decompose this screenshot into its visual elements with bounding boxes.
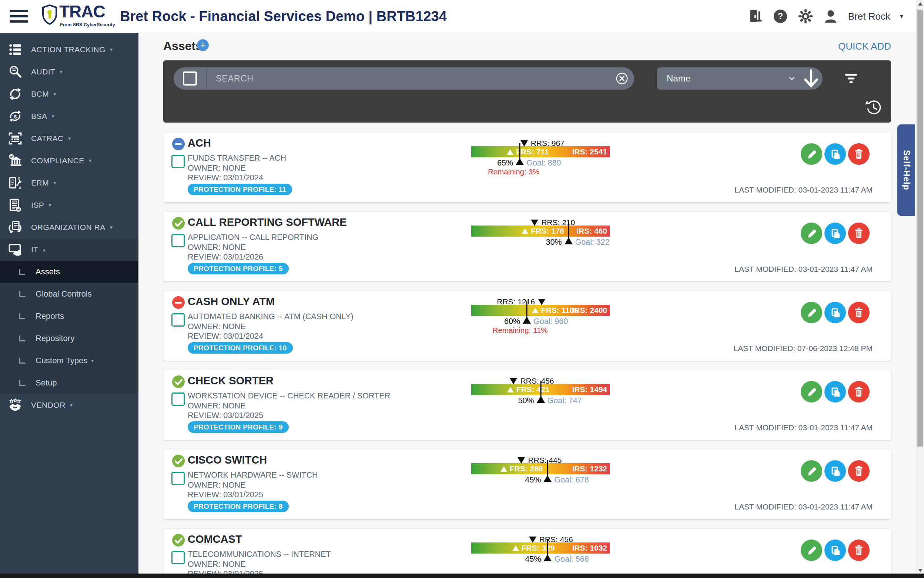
sidebar-item-custom-types[interactable]: Custom Types▾ xyxy=(0,349,138,372)
sidebar-item-reports[interactable]: Reports xyxy=(0,305,138,327)
copy-button[interactable] xyxy=(824,539,846,561)
copy-button[interactable] xyxy=(824,222,846,244)
goal-marker-icon xyxy=(543,554,551,561)
sidebar-item-it[interactable]: IT▴ xyxy=(0,239,138,261)
sidebar-item-vendor[interactable]: VENDOR▾ xyxy=(0,394,138,416)
asset-card[interactable]: ACH FUNDS TRANSFER -- ACH OWNER: NONE RE… xyxy=(163,133,891,202)
select-all-checkbox[interactable] xyxy=(173,67,207,89)
edit-button[interactable] xyxy=(801,302,822,323)
asset-select-checkbox[interactable] xyxy=(172,313,185,326)
asset-name[interactable]: CISCO SWITCH xyxy=(188,454,267,466)
delete-button[interactable] xyxy=(848,143,870,165)
history-icon[interactable] xyxy=(865,99,882,116)
asset-select-checkbox[interactable] xyxy=(172,234,185,247)
sidebar-item-label: VENDOR xyxy=(31,401,65,409)
asset-card[interactable]: CASH ONLY ATM AUTOMATED BANKING -- ATM (… xyxy=(163,291,891,360)
sidebar-item-label: ERM xyxy=(31,179,49,187)
brand-name[interactable]: TRAC xyxy=(59,2,105,21)
sort-dropdown[interactable]: Name xyxy=(657,67,823,89)
status-minus-red-icon xyxy=(172,296,185,309)
sidebar-item-label: IT xyxy=(31,245,39,254)
frs-marker: FRS: 1105 xyxy=(532,306,578,315)
sidebar-item-audit[interactable]: AUDIT▾ xyxy=(0,61,138,83)
sub-level-icon xyxy=(19,313,25,319)
self-help-tab[interactable]: Self-Help xyxy=(897,124,915,216)
scroll-up-icon[interactable] xyxy=(918,2,922,6)
asset-select-checkbox[interactable] xyxy=(172,551,185,564)
delete-button[interactable] xyxy=(848,302,870,323)
status-check-green-icon xyxy=(172,375,185,388)
copy-button[interactable] xyxy=(824,460,846,482)
sidebar-item-action-tracking[interactable]: ACTION TRACKING▾ xyxy=(0,39,138,61)
sidebar-item-global-controls[interactable]: Global Controls xyxy=(0,283,138,305)
triangle-down-icon xyxy=(531,219,538,226)
user-name[interactable]: Bret Rock xyxy=(848,11,890,22)
page-scrollbar[interactable] xyxy=(916,0,924,578)
asset-select-checkbox[interactable] xyxy=(172,155,185,168)
logout-door-icon[interactable] xyxy=(747,8,763,24)
asset-name[interactable]: CASH ONLY ATM xyxy=(188,295,275,308)
sidebar-item-compliance[interactable]: COMPLIANCE▾ xyxy=(0,149,138,172)
sidebar-item-setup[interactable]: Setup xyxy=(0,372,138,394)
asset-review-date: REVIEW: 03/01/2026 xyxy=(188,253,263,262)
asset-card[interactable]: CHECK SORTER WORKSTATION DEVICE -- CHECK… xyxy=(163,370,891,440)
sort-direction-icon[interactable] xyxy=(799,67,823,89)
filter-icon[interactable] xyxy=(841,68,861,88)
sidebar-item-isp[interactable]: ISPISP▾ xyxy=(0,194,138,216)
risk-score-bar: RRS: 210 FRS: 178 IRS: 460 30% Goal: 322 xyxy=(471,218,610,255)
scrollbar-thumb[interactable] xyxy=(918,10,923,446)
settings-gear-icon[interactable] xyxy=(798,8,813,24)
asset-name[interactable]: ACH xyxy=(188,137,211,149)
copy-button[interactable] xyxy=(824,302,846,323)
sidebar-section-it: IT▴AssetsGlobal ControlsReportsRepositor… xyxy=(0,239,138,394)
sidebar-item-catrac[interactable]: CATRAC▾ xyxy=(0,127,138,149)
clear-search-icon[interactable] xyxy=(615,71,629,86)
sidebar-item-erm[interactable]: xxERM▾ xyxy=(0,172,138,194)
sidebar-item-bsa[interactable]: $BSA▾ xyxy=(0,105,138,127)
search-input[interactable] xyxy=(207,73,615,84)
asset-name[interactable]: COMCAST xyxy=(188,533,242,546)
asset-name[interactable]: CALL REPORTING SOFTWARE xyxy=(188,216,347,229)
asset-actions xyxy=(801,222,870,244)
triangle-down-icon xyxy=(520,140,528,147)
user-menu-caret-icon[interactable]: ▾ xyxy=(900,12,903,20)
asset-card[interactable]: CALL REPORTING SOFTWARE APPLICATION -- C… xyxy=(163,212,891,281)
asset-list: ACH FUNDS TRANSFER -- ACH OWNER: NONE RE… xyxy=(163,133,891,578)
delete-button[interactable] xyxy=(848,381,870,403)
sidebar-item-organization-ra[interactable]: ORGANIZATION RA▾ xyxy=(0,216,138,239)
audit-icon xyxy=(8,65,22,79)
delete-button[interactable] xyxy=(848,539,870,561)
sidebar-item-assets[interactable]: Assets xyxy=(0,261,138,283)
asset-card[interactable]: CISCO SWITCH NETWORK HARDWARE -- SWITCH … xyxy=(163,450,891,519)
asset-name[interactable]: CHECK SORTER xyxy=(188,375,274,387)
scroll-down-icon[interactable] xyxy=(918,569,922,572)
add-asset-button[interactable]: + xyxy=(197,39,209,51)
copy-button[interactable] xyxy=(824,381,846,403)
asset-type: WORKSTATION DEVICE -- CHECK READER / SOR… xyxy=(188,391,390,401)
quick-add-link[interactable]: QUICK ADD xyxy=(838,41,891,52)
help-icon[interactable]: ? xyxy=(773,8,788,24)
last-modified: LAST MODIFIED: 03-01-2023 11:47 AM xyxy=(734,185,872,195)
edit-button[interactable] xyxy=(801,222,822,244)
asset-select-checkbox[interactable] xyxy=(172,393,185,406)
edit-button[interactable] xyxy=(801,539,822,561)
last-modified: LAST MODIFIED: 03-01-2023 11:47 AM xyxy=(734,423,872,432)
edit-button[interactable] xyxy=(801,460,822,482)
triangle-down-icon xyxy=(517,457,525,464)
triangle-up-icon xyxy=(532,308,539,313)
asset-type: NETWORK HARDWARE -- SWITCH xyxy=(188,471,318,480)
edit-button[interactable] xyxy=(801,381,822,403)
sidebar-item-label: Global Controls xyxy=(36,289,92,299)
asset-owner: OWNER: NONE xyxy=(188,243,245,252)
sidebar-item-repository[interactable]: Repository xyxy=(0,327,138,349)
user-icon[interactable] xyxy=(823,8,838,24)
sidebar-item-bcm[interactable]: BCM▾ xyxy=(0,83,138,105)
delete-button[interactable] xyxy=(848,222,870,244)
copy-button[interactable] xyxy=(824,143,846,165)
asset-card[interactable]: COMCAST TELECOMMUNICATIONS -- INTERNET O… xyxy=(163,529,891,578)
asset-select-checkbox[interactable] xyxy=(172,472,185,485)
edit-button[interactable] xyxy=(801,143,822,165)
delete-button[interactable] xyxy=(848,460,870,482)
sub-level-icon xyxy=(19,269,25,275)
hamburger-menu-icon[interactable] xyxy=(10,10,28,23)
